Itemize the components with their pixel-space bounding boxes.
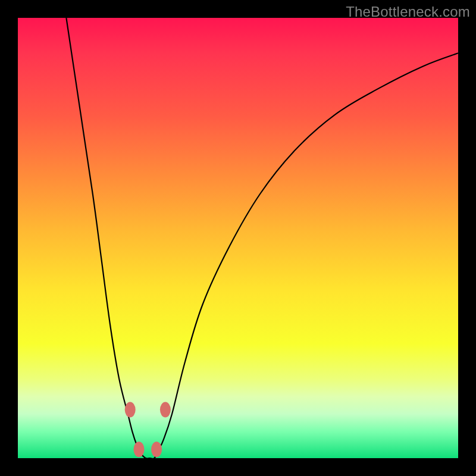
chart-outer-frame: TheBottleneck.com [0, 0, 476, 476]
curve-svg [18, 18, 458, 458]
chart-plot-area [18, 18, 458, 458]
curve-marker [125, 402, 136, 418]
watermark-text: TheBottleneck.com [346, 4, 470, 20]
curve-marker [160, 402, 171, 418]
curve-path [66, 18, 458, 458]
curve-marker [151, 441, 162, 457]
curve-marker [134, 441, 145, 457]
curve-group [66, 18, 458, 458]
